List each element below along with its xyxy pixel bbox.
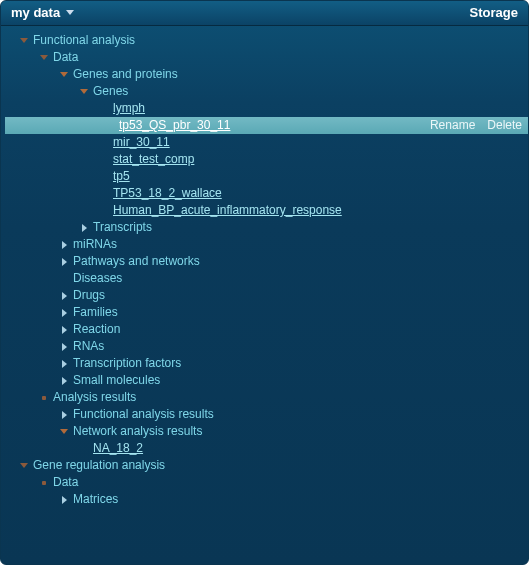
expand-icon[interactable] [59,429,69,434]
node-transcripts[interactable]: Transcripts [5,219,528,236]
collapse-icon[interactable] [79,224,89,232]
leaf-link[interactable]: mir_30_11 [113,134,170,151]
node-label: Genes [93,83,128,100]
leaf-link[interactable]: stat_test_comp [113,151,194,168]
node-label: Functional analysis results [73,406,214,423]
node-label: RNAs [73,338,104,355]
node-drugs[interactable]: Drugs [5,287,528,304]
node-network-analysis-results[interactable]: Network analysis results [5,423,528,440]
row-actions: Rename Delete [430,117,522,134]
node-label: Analysis results [53,389,136,406]
node-mirnas[interactable]: miRNAs [5,236,528,253]
leaf-link[interactable]: Human_BP_acute_inflammatory_response [113,202,342,219]
collapse-icon[interactable] [59,292,69,300]
collapse-icon[interactable] [59,343,69,351]
node-families[interactable]: Families [5,304,528,321]
panel-header: my data Storage [1,1,528,26]
node-functional-analysis-results[interactable]: Functional analysis results [5,406,528,423]
delete-button[interactable]: Delete [487,117,522,134]
node-label: Families [73,304,118,321]
leaf-na-18-2[interactable]: NA_18_2 [5,440,528,457]
collapse-icon[interactable] [59,360,69,368]
node-rnas[interactable]: RNAs [5,338,528,355]
leaf-human-bp-acute[interactable]: Human_BP_acute_inflammatory_response [5,202,528,219]
node-data-2[interactable]: Data [5,474,528,491]
rename-button[interactable]: Rename [430,117,475,134]
node-label: Pathways and networks [73,253,200,270]
expand-icon[interactable] [39,396,49,400]
leaf-link[interactable]: tp5 [113,168,130,185]
panel-body: Functional analysis Data Genes and prote… [1,26,528,564]
node-label: Data [53,474,78,491]
node-label: Small molecules [73,372,160,389]
chevron-down-icon [66,10,74,15]
node-gene-regulation-analysis[interactable]: Gene regulation analysis [5,457,528,474]
collapse-icon[interactable] [59,411,69,419]
node-label: Reaction [73,321,120,338]
header-title-text: my data [11,5,60,20]
collapse-icon[interactable] [59,377,69,385]
collapse-icon[interactable] [59,496,69,504]
node-label: Network analysis results [73,423,202,440]
expand-icon[interactable] [19,38,29,43]
leaf-tp5[interactable]: tp5 [5,168,528,185]
node-label: Transcription factors [73,355,181,372]
leaf-link[interactable]: NA_18_2 [93,440,143,457]
node-analysis-results[interactable]: Analysis results [5,389,528,406]
expand-icon[interactable] [39,481,49,485]
node-pathways-and-networks[interactable]: Pathways and networks [5,253,528,270]
node-label: Drugs [73,287,105,304]
tree-view[interactable]: Functional analysis Data Genes and prote… [1,26,528,564]
node-genes[interactable]: Genes [5,83,528,100]
collapse-icon[interactable] [59,241,69,249]
node-functional-analysis[interactable]: Functional analysis [5,32,528,49]
node-label: Gene regulation analysis [33,457,165,474]
node-label: Functional analysis [33,32,135,49]
leaf-tp53-18-2-wallace[interactable]: TP53_18_2_wallace [5,185,528,202]
storage-panel: my data Storage Functional analysis Data… [0,0,529,565]
node-small-molecules[interactable]: Small molecules [5,372,528,389]
node-data[interactable]: Data [5,49,528,66]
leaf-link[interactable]: tp53_QS_pbr_30_11 [119,117,230,134]
expand-icon[interactable] [59,72,69,77]
node-label: Matrices [73,491,118,508]
leaf-link[interactable]: TP53_18_2_wallace [113,185,222,202]
header-title-dropdown[interactable]: my data [11,5,74,20]
node-label: Diseases [73,270,122,287]
collapse-icon[interactable] [59,309,69,317]
leaf-stat-test-comp[interactable]: stat_test_comp [5,151,528,168]
node-diseases[interactable]: Diseases [5,270,528,287]
node-matrices[interactable]: Matrices [5,491,528,508]
leaf-tp53-qs-pbr-30-11[interactable]: tp53_QS_pbr_30_11 Rename Delete [5,117,528,134]
node-label: Transcripts [93,219,152,236]
collapse-icon[interactable] [59,326,69,334]
collapse-icon[interactable] [59,258,69,266]
node-label: miRNAs [73,236,117,253]
expand-icon[interactable] [39,55,49,60]
node-reaction[interactable]: Reaction [5,321,528,338]
node-label: Data [53,49,78,66]
node-genes-and-proteins[interactable]: Genes and proteins [5,66,528,83]
leaf-mir-30-11[interactable]: mir_30_11 [5,134,528,151]
node-label: Genes and proteins [73,66,178,83]
leaf-lymph[interactable]: lymph [5,100,528,117]
header-right-label: Storage [470,5,518,20]
node-transcription-factors[interactable]: Transcription factors [5,355,528,372]
expand-icon[interactable] [79,89,89,94]
leaf-link[interactable]: lymph [113,100,145,117]
expand-icon[interactable] [19,463,29,468]
